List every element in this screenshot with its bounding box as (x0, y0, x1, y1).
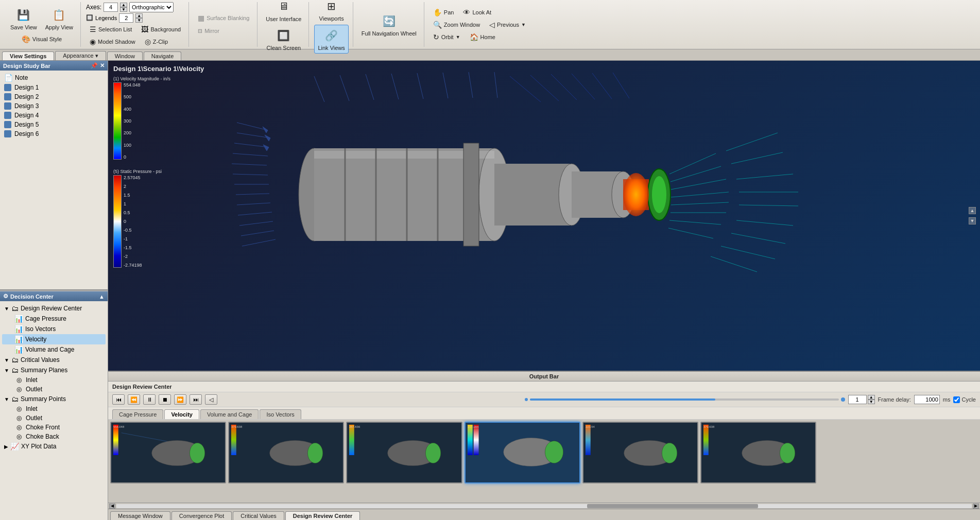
user-interface-button[interactable]: 🖥 User Interface (263, 0, 304, 24)
output-tab-iso-vectors[interactable]: Iso Vectors (260, 409, 301, 419)
axes-input[interactable] (104, 3, 118, 12)
scroll-thumb[interactable] (587, 504, 758, 508)
thumbnail-3[interactable]: 287.836 (346, 422, 462, 483)
selection-list-button[interactable]: ☰ Selection List (86, 24, 135, 35)
apply-view-button[interactable]: 📋 Apply View (42, 5, 76, 32)
mirror-button[interactable]: ⧈ Mirror (194, 25, 253, 37)
svg-line-44 (671, 202, 729, 205)
media-pause-button[interactable]: ⏸ (143, 394, 156, 405)
cycle-checkbox[interactable] (953, 396, 960, 403)
bottom-tab-critical-values[interactable]: Critical Values (233, 511, 284, 520)
previous-button[interactable]: ◁ Previous ▼ (486, 19, 529, 30)
look-at-button[interactable]: 👁 Look At (459, 7, 495, 18)
choke-back-item[interactable]: ◎ Choke Back (2, 432, 106, 441)
volume-cage-item[interactable]: 📊 Volume and Cage (2, 344, 106, 355)
projection-select[interactable]: Orthographic Perspective (129, 2, 174, 12)
output-tab-cage-pressure[interactable]: Cage Pressure (112, 409, 163, 419)
thumbnail-1[interactable]: 554.048 (110, 422, 226, 483)
progress-bar[interactable] (530, 398, 839, 401)
iso-vectors-item[interactable]: 📊 Iso Vectors (2, 324, 106, 334)
model-shadow-button[interactable]: ◉ Model Shadow (86, 36, 139, 47)
clean-screen-button[interactable]: 🔲 Clean Screen (264, 25, 304, 53)
orbit-button[interactable]: ↻ Orbit ▼ (429, 31, 464, 43)
velocity-item[interactable]: 📊 Velocity (2, 334, 106, 344)
nav-up-arrow[interactable]: ▲ (969, 207, 976, 214)
frame-number-input[interactable] (848, 395, 867, 404)
choke-front-item[interactable]: ◎ Choke Front (2, 423, 106, 432)
toolbar-group-nav-wheel: 🔄 Full Navigation Wheel (354, 2, 424, 47)
sp-inlet-item[interactable]: ◎ Inlet (2, 375, 106, 385)
media-forward-end-button[interactable]: ⏭ (190, 394, 202, 405)
media-rewind-button[interactable]: ⏪ (128, 394, 140, 405)
legends-input[interactable] (119, 13, 133, 23)
media-forward-button[interactable]: ⏩ (174, 394, 186, 405)
surface-blanking-button[interactable]: ▦ Surface Blanking (194, 12, 253, 24)
link-views-button[interactable]: 🔗 Link Views (314, 25, 348, 54)
legends-down[interactable]: ▼ (135, 18, 143, 23)
z-clip-button[interactable]: ◎ Z-Clip (141, 36, 171, 47)
legends-up[interactable]: ▲ (135, 13, 143, 18)
media-rewind-end-button[interactable]: ⏮ (112, 394, 125, 405)
scroll-left-btn[interactable]: ◀ (109, 504, 115, 509)
viewport[interactable]: Design 1\Scenario 1\Velocity (1) Velocit… (108, 61, 980, 371)
progress-thumb[interactable] (841, 397, 845, 402)
sp-outlet-item[interactable]: ◎ Outlet (2, 385, 106, 394)
ui-label: User Interface (266, 16, 301, 22)
frame-down-btn[interactable]: ▼ (868, 400, 875, 404)
media-expand-button[interactable]: ◁ (205, 394, 217, 405)
tab-appearance[interactable]: Appearance ▾ (55, 51, 106, 60)
design-review-center-item[interactable]: ▼ 🗂 Design Review Center (2, 303, 106, 314)
summary-points-item[interactable]: ▼ 🗂 Summary Points (2, 394, 106, 404)
tab-view-settings[interactable]: View Settings (2, 51, 54, 60)
scroll-right-btn[interactable]: ▶ (973, 504, 979, 509)
previous-dropdown[interactable]: ▼ (521, 22, 526, 27)
decision-collapse[interactable]: ▲ (99, 293, 105, 300)
xy-plot-data-item[interactable]: ▶ 📈 XY Plot Data (2, 441, 106, 452)
thumbnail-6[interactable]: 379.638 (700, 422, 816, 483)
full-nav-wheel-button[interactable]: 🔄 Full Navigation Wheel (358, 11, 420, 39)
thumbnail-scrollbar[interactable]: ◀ ▶ (108, 502, 980, 509)
design-3-item[interactable]: Design 3 (2, 101, 106, 111)
visual-style-button[interactable]: 🎨 Visual Style (18, 33, 65, 45)
spts-inlet-item[interactable]: ◎ Inlet (2, 404, 106, 413)
note-item[interactable]: 📄 Note (2, 73, 106, 83)
output-tab-volume-cage[interactable]: Volume and Cage (200, 409, 259, 419)
design-4-icon (4, 112, 11, 119)
design-5-item[interactable]: Design 5 (2, 120, 106, 129)
design-4-item[interactable]: Design 4 (2, 111, 106, 120)
bottom-tab-design-review-center[interactable]: Design Review Center (285, 511, 360, 520)
nav-down-arrow[interactable]: ▼ (969, 217, 976, 224)
tab-window[interactable]: Window (107, 51, 143, 60)
axes-down[interactable]: ▼ (120, 7, 127, 12)
scroll-track[interactable] (116, 504, 972, 508)
bottom-tab-message-window[interactable]: Message Window (110, 511, 170, 520)
frame-delay-input[interactable] (914, 395, 940, 404)
critical-values-item[interactable]: ▼ 🗂 Critical Values (2, 355, 106, 365)
home-button[interactable]: 🏠 Home (466, 31, 499, 43)
pin-icon[interactable]: 📌 (91, 62, 98, 69)
panel-header-icons[interactable]: 📌 ✕ (91, 62, 105, 69)
thumbnail-2[interactable]: 379.638 (228, 422, 344, 483)
cage-pressure-item[interactable]: 📊 Cage Pressure (2, 314, 106, 324)
thumbnail-4[interactable]: 217.184 (465, 422, 580, 483)
close-icon[interactable]: ✕ (100, 62, 105, 69)
output-tab-velocity[interactable]: Velocity (164, 409, 199, 419)
design-2-item[interactable]: Design 2 (2, 92, 106, 101)
tab-navigate[interactable]: Navigate (144, 51, 181, 60)
bottom-tab-convergence-plot[interactable]: Convergence Plot (171, 511, 232, 520)
media-stop-button[interactable]: ⏹ (159, 394, 171, 405)
axes-up[interactable]: ▲ (120, 3, 127, 7)
viewports-button[interactable]: ⊞ Viewports (316, 0, 347, 24)
orbit-dropdown[interactable]: ▼ (456, 34, 460, 40)
background-button[interactable]: 🖼 Background (137, 24, 184, 35)
design-6-item[interactable]: Design 6 (2, 129, 106, 138)
zoom-window-button[interactable]: 🔍 Zoom Window (429, 19, 484, 30)
svg-line-48 (726, 133, 778, 151)
frame-up-btn[interactable]: ▲ (868, 395, 875, 400)
pan-button[interactable]: ✋ Pan (429, 7, 458, 18)
thumbnail-5[interactable]: 223.54 (582, 422, 698, 483)
design-1-item[interactable]: Design 1 (2, 83, 106, 92)
spts-outlet-item[interactable]: ◎ Outlet (2, 413, 106, 423)
save-view-button[interactable]: 💾 Save View (7, 5, 40, 32)
summary-planes-item[interactable]: ▼ 🗂 Summary Planes (2, 365, 106, 375)
